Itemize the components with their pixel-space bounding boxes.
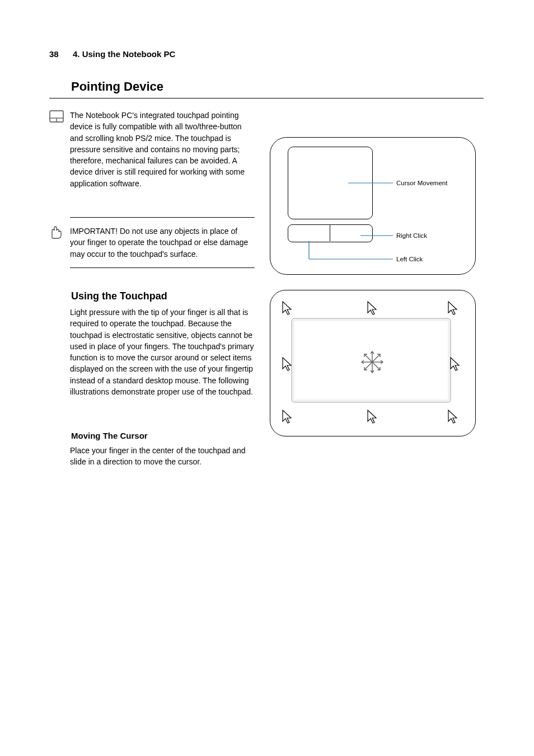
cursor-icon	[448, 301, 459, 316]
page-number: 38	[49, 49, 59, 59]
svg-line-12	[372, 354, 380, 362]
cursor-icon	[282, 301, 293, 316]
using-paragraph: Light pressure with the tip of your fing…	[70, 307, 255, 397]
cursor-icon	[367, 301, 378, 316]
cursor-icon	[448, 410, 459, 424]
heading-using-touchpad: Using the Touchpad	[71, 290, 167, 302]
label-right-click: Right Click	[396, 232, 427, 239]
label-left-click: Left Click	[396, 256, 423, 262]
svg-line-13	[364, 362, 372, 370]
cursor-icon	[282, 357, 293, 372]
cursor-icon	[450, 357, 461, 372]
important-icon	[47, 224, 63, 242]
section-title: 4. Using the Notebook PC	[73, 49, 175, 59]
figure-touchpad-labeled: Cursor Movement Right Click Left Click	[270, 137, 475, 274]
svg-line-11	[364, 354, 372, 362]
heading-pointing-device: Pointing Device	[71, 79, 163, 94]
moving-paragraph: Place your finger in the center of the t…	[70, 445, 255, 468]
eight-direction-icon	[358, 348, 386, 376]
touchpad-icon	[49, 110, 64, 123]
cursor-icon	[282, 410, 293, 424]
label-cursor-movement: Cursor Movement	[396, 180, 448, 186]
intro-paragraph: The Notebook PC's integrated touchpad po…	[70, 110, 255, 189]
divider	[49, 98, 484, 98]
figure-cursor-movement	[270, 290, 475, 435]
important-note: IMPORTANT! Do not use any objects in pla…	[70, 217, 255, 268]
cursor-icon	[367, 410, 378, 424]
heading-moving-cursor: Moving The Cursor	[71, 431, 148, 440]
svg-line-14	[372, 362, 380, 370]
